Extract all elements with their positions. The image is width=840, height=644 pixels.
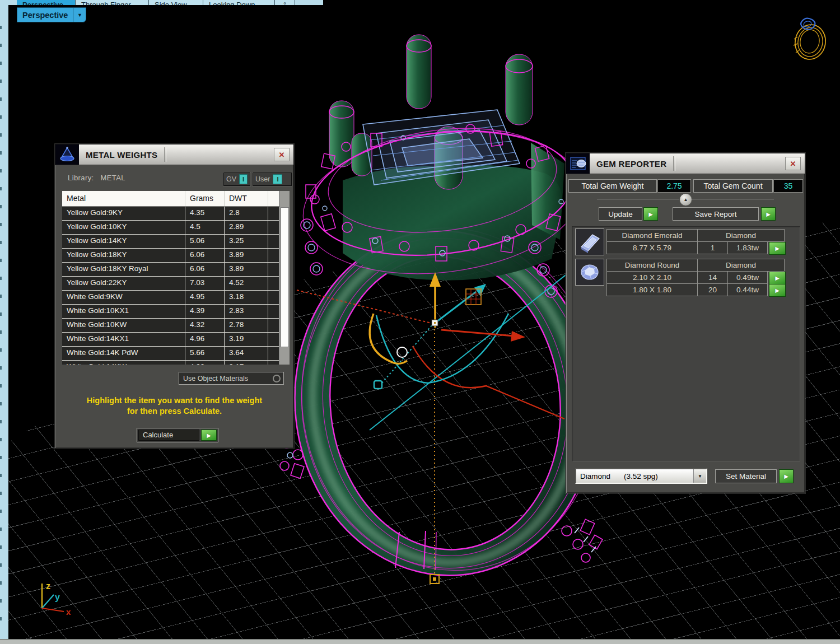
gem-size: 1.80 X 1.80 — [606, 283, 698, 296]
close-icon[interactable]: ✕ — [785, 157, 801, 170]
axis-label-z: z — [46, 581, 50, 591]
metal-weights-panel: METAL WEIGHTS ✕ Library:METAL GV I User … — [55, 144, 294, 449]
gv-toggle-indicator: I — [239, 174, 248, 184]
gem-size: 2.10 X 2.10 — [606, 271, 698, 284]
y-handle-box[interactable] — [374, 381, 382, 389]
calculate-button[interactable]: Calculate ▶ — [137, 428, 218, 442]
y-axis-arrow[interactable] — [436, 292, 476, 322]
panel-title: METAL WEIGHTS — [79, 150, 164, 160]
material-dropdown[interactable]: Diamond (3.52 spg) ▼ — [575, 468, 707, 484]
gem-group-name: Diamond Emerald — [606, 229, 698, 242]
gem-count: 14 — [697, 271, 728, 284]
table-row[interactable]: White Gold:10KW4.322.78 — [62, 319, 279, 333]
rotate-handle-circle[interactable] — [397, 347, 407, 357]
gem-size: 8.77 X 5.79 — [606, 241, 698, 254]
table-row[interactable]: White Gold:9KW4.953.18 — [62, 291, 279, 305]
axis-label-x: x — [66, 607, 71, 617]
total-gem-count-value: 35 — [773, 179, 803, 193]
scrollbar-thumb[interactable] — [281, 207, 289, 347]
tab-through-finger[interactable]: Through Finger — [76, 0, 149, 5]
table-row[interactable]: Yellow Gold:22KY7.034.52 — [62, 277, 279, 291]
instruction-text: Highlight the item you want to find the … — [55, 395, 293, 417]
play-icon[interactable]: ▶ — [769, 242, 786, 255]
table-row[interactable]: Yellow Gold:18KY6.063.89 — [62, 249, 279, 263]
chevron-down-icon[interactable]: ▼ — [693, 469, 706, 483]
x-axis-arrow[interactable] — [441, 330, 514, 336]
table-row[interactable]: Yellow Gold:18KY Royal6.063.89 — [62, 263, 279, 277]
tab-extra[interactable]: ° — [275, 0, 295, 5]
use-object-materials-button[interactable]: Use Object Materials — [179, 372, 284, 385]
total-gem-count-label: Total Gem Count — [693, 179, 773, 193]
tab-perspective[interactable]: Perspective — [17, 0, 76, 5]
table-scrollbar[interactable] — [279, 191, 290, 365]
z-rotate-arc[interactable] — [370, 314, 407, 363]
gem-weight: 0.44tw — [727, 283, 768, 296]
play-icon[interactable]: ▶ — [761, 207, 776, 221]
total-gem-weight-label: Total Gem Weight — [568, 179, 657, 193]
user-toggle-indicator: I — [273, 174, 282, 184]
gem-weight: 0.49tw — [727, 271, 768, 284]
x-rotate-arc[interactable] — [413, 346, 564, 419]
viewport-tabbar: Perspective Through Finger Side View Loo… — [8, 0, 323, 5]
play-icon[interactable]: ▶ — [201, 430, 217, 441]
library-label: Library:METAL — [68, 174, 125, 182]
collapse-arrow-icon[interactable]: ▲ — [679, 193, 692, 206]
play-icon[interactable]: ▶ — [779, 469, 794, 483]
play-icon[interactable]: ▶ — [769, 272, 786, 284]
gem-group-name: Diamond Round — [606, 259, 698, 272]
radio-circle-icon — [273, 375, 281, 382]
gem-count: 20 — [697, 283, 728, 296]
gem-list-area: Diamond Emerald Diamond 8.77 X 5.79 1 1.… — [572, 226, 800, 461]
gem-group-material: Diamond — [697, 259, 785, 272]
save-report-button[interactable]: Save Report — [673, 207, 759, 221]
scale-icon — [55, 144, 79, 165]
table-row[interactable]: White Gold:14KW4.923.17 — [62, 361, 279, 365]
gv-toggle[interactable]: GV I — [223, 172, 250, 186]
gem-count: 1 — [697, 241, 728, 254]
chevron-down-icon[interactable]: ▼ — [73, 12, 86, 18]
round-gem-icon — [575, 259, 604, 286]
axis-gizmo: z y x — [42, 581, 71, 617]
metal-table-header: Metal Grams DWT — [62, 191, 279, 207]
viewport-title-menu[interactable]: Perspective ▼ — [17, 7, 86, 22]
ring-logo-icon — [792, 18, 828, 62]
gem-reporter-titlebar[interactable]: GEM REPORTER ✕ — [566, 153, 805, 174]
ring-head-model[interactable] — [295, 35, 590, 297]
tab-side-view[interactable]: Side View — [149, 0, 203, 5]
update-button[interactable]: Update — [599, 207, 642, 221]
table-row[interactable]: Yellow Gold:14KY5.063.25 — [62, 235, 279, 249]
play-icon[interactable]: ▶ — [769, 284, 786, 297]
gem-group-material: Diamond — [697, 229, 785, 242]
metal-table: Metal Grams DWT Yellow Gold:9KY4.352.8 Y… — [62, 191, 290, 365]
gem-weight: 1.83tw — [727, 241, 768, 254]
table-row[interactable]: White Gold:14K PdW5.663.64 — [62, 347, 279, 361]
status-bar — [0, 639, 840, 644]
table-row[interactable]: White Gold:14KX14.963.19 — [62, 333, 279, 347]
set-material-button[interactable]: Set Material — [715, 469, 777, 483]
close-icon[interactable]: ✕ — [274, 148, 290, 161]
panel-title: GEM REPORTER — [590, 159, 673, 169]
metal-table-rows: Yellow Gold:9KY4.352.8 Yellow Gold:10KY4… — [62, 207, 279, 365]
tab-looking-down[interactable]: Looking Down — [203, 0, 275, 5]
table-row[interactable]: Yellow Gold:9KY4.352.8 — [62, 207, 279, 221]
gem-report-icon — [566, 153, 590, 174]
application-window: z y x METAL WEIGHTS ✕ Library:METAL GV — [0, 0, 840, 644]
emerald-gem-icon — [575, 228, 604, 255]
metal-weights-titlebar[interactable]: METAL WEIGHTS ✕ — [55, 144, 293, 165]
play-icon[interactable]: ▶ — [643, 207, 658, 221]
table-row[interactable]: Yellow Gold:10KY4.52.89 — [62, 221, 279, 235]
table-row[interactable]: White Gold:10KX14.392.83 — [62, 305, 279, 319]
axis-label-y: y — [55, 592, 60, 602]
user-toggle[interactable]: User I — [253, 172, 292, 186]
left-toolbar-edge — [0, 0, 8, 639]
gem-reporter-panel: GEM REPORTER ✕ Total Gem Weight 2.75 Tot… — [566, 153, 805, 493]
total-gem-weight-value: 2.75 — [657, 179, 691, 193]
